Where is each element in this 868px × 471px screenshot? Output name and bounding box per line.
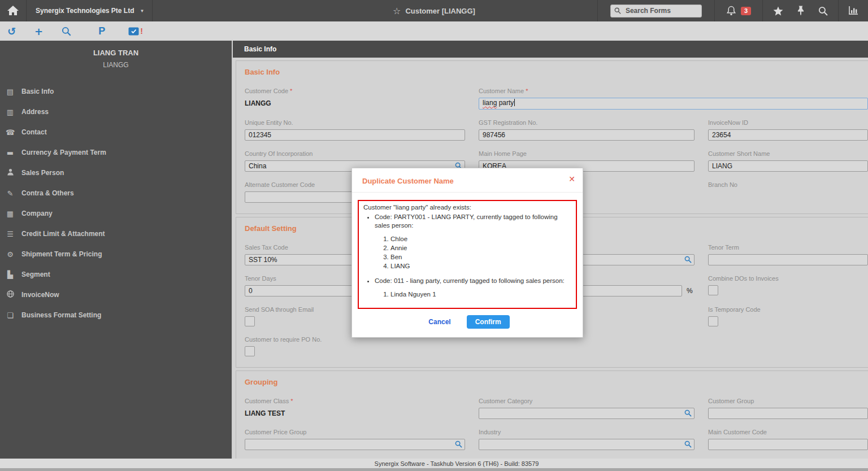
combine-dos-checkbox[interactable] xyxy=(708,285,718,295)
version-text: Synergix Software - Taskhub Version 6 (T… xyxy=(375,460,539,467)
sidebar-item-business-format-setting[interactable]: ❏ Business Format Setting xyxy=(0,305,232,325)
duplicate-customer-name-dialog: Duplicate Customer Name ✕ Customer "lian… xyxy=(351,168,583,338)
header-divider xyxy=(597,0,598,21)
customer-short-name-input[interactable] xyxy=(708,160,868,172)
sidebar-item-label: Business Format Setting xyxy=(21,311,101,319)
field-is-temporary-code: Is Temporary Code xyxy=(708,306,868,326)
tab-label: Basic Info xyxy=(244,45,276,53)
sidebar-item-sales-person[interactable]: Sales Person xyxy=(0,163,232,183)
favorite-star-icon[interactable]: ☆ xyxy=(393,6,401,16)
sales-person-item: LIANG xyxy=(390,262,572,271)
notification-badge: 3 xyxy=(741,7,751,15)
action-toolbar: ↺ + P ! xyxy=(0,21,868,41)
lookup-search-icon[interactable] xyxy=(684,441,692,448)
search-button[interactable] xyxy=(62,27,71,36)
lookup-search-icon[interactable] xyxy=(684,256,692,263)
text-cursor xyxy=(514,99,515,106)
close-icon[interactable]: ✕ xyxy=(568,175,575,184)
sidebar-item-contact[interactable]: ☎ Contact xyxy=(0,122,232,142)
sidebar-item-label: Sales Person xyxy=(21,169,64,177)
confirm-button[interactable]: Confirm xyxy=(467,315,510,329)
address-book-icon: ▥ xyxy=(5,108,16,116)
company-selector[interactable]: Synergix Technologies Pte Ltd ▼ xyxy=(27,0,152,21)
header-quick-icons xyxy=(763,6,838,16)
field-customer-category: Customer Category xyxy=(479,398,695,419)
print-button[interactable]: P xyxy=(98,25,105,37)
global-search-icon[interactable] xyxy=(818,6,828,16)
send-soa-checkbox[interactable] xyxy=(245,316,255,326)
globe-icon xyxy=(5,290,16,299)
home-icon xyxy=(7,6,19,16)
sidebar-item-label: InvoiceNow xyxy=(21,291,59,299)
add-button[interactable]: + xyxy=(34,25,43,37)
app-window: Synergix Technologies Pte Ltd ▼ ☆ Custom… xyxy=(0,0,868,471)
search-forms-input[interactable] xyxy=(624,6,689,15)
phone-icon: ☎ xyxy=(5,128,16,137)
lookup-search-icon[interactable] xyxy=(455,441,462,448)
id-card-icon: ▤ xyxy=(5,88,16,96)
sidebar-item-segment[interactable]: ▙ Segment xyxy=(0,264,232,285)
field-branch-no: Branch No xyxy=(708,181,868,203)
customer-category-input[interactable] xyxy=(479,408,695,419)
sales-person-item: Chloe xyxy=(390,235,572,243)
search-icon xyxy=(62,27,71,36)
sidebar-item-shipment-term-pricing[interactable]: ⚙ Shipment Term & Pricing xyxy=(0,244,232,264)
favorites-icon[interactable] xyxy=(773,6,783,16)
sidebar-item-label: Address xyxy=(21,108,49,116)
percent-suffix: % xyxy=(687,287,693,295)
record-sidebar: LIANG TRAN LIANGG ▤ Basic Info ▥ Address… xyxy=(0,41,232,459)
lookup-search-icon[interactable] xyxy=(684,409,692,417)
sidebar-item-company[interactable]: ▦ Company xyxy=(0,203,232,224)
dialog-actions: Cancel Confirm xyxy=(352,309,583,337)
home-button[interactable] xyxy=(0,0,26,21)
record-customer-code: LIANGG xyxy=(0,61,232,69)
sidebar-item-currency-payment-term[interactable]: ▬ Currency & Payment Term xyxy=(0,142,232,163)
bell-icon xyxy=(726,6,736,16)
app-footer: Synergix Software - Taskhub Version 6 (T… xyxy=(0,459,868,468)
sidebar-item-address[interactable]: ▥ Address xyxy=(0,102,232,122)
dialog-title: Duplicate Customer Name xyxy=(362,177,454,185)
tab-basic-info[interactable]: Basic Info xyxy=(233,41,868,58)
notifications[interactable]: 3 xyxy=(715,6,762,16)
customer-name-input[interactable]: liang party xyxy=(479,98,868,110)
unique-entity-no-input[interactable] xyxy=(245,129,465,141)
building-icon: ▦ xyxy=(5,210,16,218)
sidebar-item-credit-limit-attachment[interactable]: ☰ Credit Limit & Attachment xyxy=(0,224,232,244)
customer-price-group-input[interactable] xyxy=(245,439,465,450)
field-tenor-term: Tenor Term xyxy=(708,244,868,265)
is-temporary-code-checkbox[interactable] xyxy=(708,316,718,326)
sidebar-item-invoicenow[interactable]: InvoiceNow xyxy=(0,285,232,305)
sales-person-item: Linda Nguyen 1 xyxy=(390,290,572,299)
sidebar-item-basic-info[interactable]: ▤ Basic Info xyxy=(0,81,232,102)
search-forms-box[interactable] xyxy=(610,5,702,18)
sidebar-item-contra-others[interactable]: ✎ Contra & Others xyxy=(0,183,232,203)
duplicate-warning-box: Customer "liang party" already exists: C… xyxy=(358,200,577,309)
invoicenow-id-input[interactable] xyxy=(708,129,868,141)
main-customer-code-input[interactable] xyxy=(708,439,868,450)
dashboard-chart-icon[interactable] xyxy=(848,6,859,16)
gear-icon: ⚙ xyxy=(5,250,16,259)
header-divider xyxy=(152,0,153,21)
sidebar-item-label: Contact xyxy=(21,128,47,136)
gst-registration-no-input[interactable] xyxy=(479,129,695,141)
page-title: Customer [LIANGG] xyxy=(405,7,475,15)
sidebar-nav: ▤ Basic Info ▥ Address ☎ Contact ▬ Curre… xyxy=(0,81,232,325)
industry-input[interactable] xyxy=(479,439,695,450)
sidebar-item-label: Currency & Payment Term xyxy=(21,149,106,156)
duplicate-code-line: Code: 011 - liang party, currently tagge… xyxy=(375,277,565,284)
duplicate-group: Code: PARTY001 - LIANG PARTY, currently … xyxy=(375,213,572,271)
cancel-button[interactable]: Cancel xyxy=(425,317,454,326)
search-icon xyxy=(614,7,621,14)
require-po-checkbox[interactable] xyxy=(245,346,255,356)
tenor-term-input[interactable] xyxy=(708,254,868,265)
field-customer-class: Customer Class * LIANG TEST xyxy=(245,398,465,419)
pin-icon[interactable] xyxy=(797,6,805,16)
mail-alert-button[interactable]: ! xyxy=(128,27,143,36)
undo-button[interactable]: ↺ xyxy=(7,25,16,37)
customer-group-input[interactable] xyxy=(708,408,868,419)
duplicate-group: Code: 011 - liang party, currently tagge… xyxy=(375,277,572,299)
field-customer-group: Customer Group xyxy=(708,398,868,419)
duplicate-code-line: Code: PARTY001 - LIANG PARTY, currently … xyxy=(375,213,558,229)
field-gst-registration-no: GST Registration No. xyxy=(479,119,695,141)
caret-down-icon: ▼ xyxy=(140,8,144,14)
